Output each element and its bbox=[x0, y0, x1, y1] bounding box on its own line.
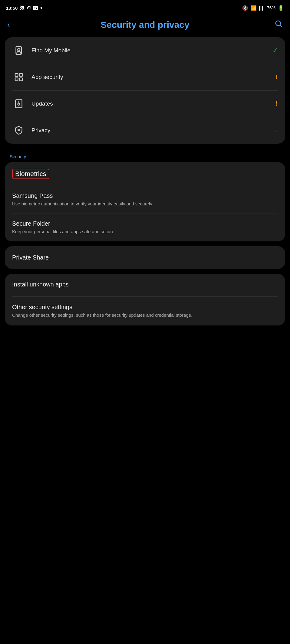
s-icon: S bbox=[33, 6, 38, 10]
privacy-icon bbox=[12, 124, 25, 137]
biometrics-item[interactable]: Biometrics bbox=[5, 162, 285, 186]
other-security-desc: Change other security settings, such as … bbox=[12, 312, 278, 318]
secure-folder-item[interactable]: Secure Folder Keep your personal files a… bbox=[5, 214, 285, 241]
svg-rect-7 bbox=[20, 78, 22, 81]
status-bar: 13:50 🖼 ⏱ S • 🔇 📶 ▌▌ 76% 🔋 bbox=[0, 0, 290, 15]
private-share-item[interactable]: Private Share bbox=[5, 246, 285, 269]
privacy-item[interactable]: Privacy › bbox=[5, 117, 285, 144]
install-unknown-apps-item[interactable]: Install unknown apps bbox=[5, 274, 285, 296]
photo-icon: 🖼 bbox=[20, 5, 24, 10]
biometrics-highlight: Biometrics bbox=[12, 169, 49, 179]
app-security-label: App security bbox=[31, 74, 272, 80]
back-button[interactable]: ‹ bbox=[7, 20, 18, 30]
biometrics-label: Biometrics bbox=[15, 170, 46, 178]
top-card: Find My Mobile ✓ App security ! Updates … bbox=[5, 37, 285, 144]
page-title: Security and privacy bbox=[22, 20, 268, 30]
clock-icon: ⏱ bbox=[27, 5, 31, 10]
samsung-pass-title: Samsung Pass bbox=[12, 192, 278, 199]
find-my-mobile-item[interactable]: Find My Mobile ✓ bbox=[5, 37, 285, 64]
privacy-indicator: › bbox=[276, 127, 278, 134]
search-button[interactable] bbox=[272, 19, 283, 30]
private-share-label: Private Share bbox=[12, 254, 278, 261]
svg-line-1 bbox=[280, 25, 282, 27]
page-header: ‹ Security and privacy bbox=[0, 15, 290, 37]
svg-point-10 bbox=[18, 129, 19, 131]
battery-icon: 🔋 bbox=[278, 5, 284, 11]
svg-point-9 bbox=[18, 103, 20, 105]
app-security-indicator: ! bbox=[276, 73, 278, 81]
svg-point-0 bbox=[276, 21, 281, 26]
updates-label: Updates bbox=[31, 100, 272, 107]
svg-point-3 bbox=[18, 48, 20, 51]
status-time: 13:50 bbox=[6, 5, 18, 11]
security-section-label: Security bbox=[0, 149, 290, 162]
install-unknown-apps-title: Install unknown apps bbox=[12, 281, 278, 288]
find-my-mobile-label: Find My Mobile bbox=[31, 47, 269, 54]
battery-text: 76% bbox=[267, 5, 275, 10]
secure-folder-title: Secure Folder bbox=[12, 220, 278, 227]
svg-rect-5 bbox=[20, 74, 22, 76]
wifi-icon: 📶 bbox=[251, 5, 257, 11]
updates-icon bbox=[12, 97, 25, 110]
privacy-label: Privacy bbox=[31, 127, 272, 134]
samsung-pass-item[interactable]: Samsung Pass Use biometric authenticatio… bbox=[5, 186, 285, 214]
updates-item[interactable]: Updates ! bbox=[5, 90, 285, 117]
bottom-card: Install unknown apps Other security sett… bbox=[5, 274, 285, 325]
signal-icon: ▌▌ bbox=[259, 6, 265, 10]
dot-indicator: • bbox=[40, 5, 42, 11]
status-left: 13:50 🖼 ⏱ S • bbox=[6, 5, 42, 11]
mute-icon: 🔇 bbox=[242, 5, 248, 11]
status-right: 🔇 📶 ▌▌ 76% 🔋 bbox=[242, 5, 284, 11]
svg-rect-6 bbox=[15, 78, 18, 81]
app-security-icon bbox=[12, 70, 25, 84]
other-security-item[interactable]: Other security settings Change other sec… bbox=[5, 296, 285, 325]
other-security-title: Other security settings bbox=[12, 304, 278, 311]
security-card: Biometrics Samsung Pass Use biometric au… bbox=[5, 162, 285, 241]
find-my-mobile-indicator: ✓ bbox=[272, 47, 278, 54]
secure-folder-desc: Keep your personal files and apps safe a… bbox=[12, 228, 278, 235]
app-security-item[interactable]: App security ! bbox=[5, 64, 285, 90]
find-mobile-icon bbox=[12, 44, 25, 57]
svg-rect-4 bbox=[15, 74, 18, 76]
samsung-pass-desc: Use biometric authentication to verify y… bbox=[12, 201, 278, 207]
svg-rect-8 bbox=[15, 100, 22, 108]
updates-indicator: ! bbox=[276, 100, 278, 108]
